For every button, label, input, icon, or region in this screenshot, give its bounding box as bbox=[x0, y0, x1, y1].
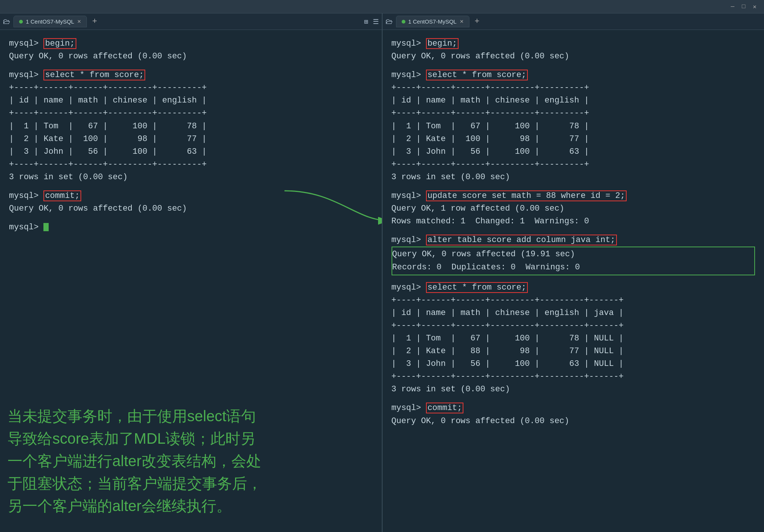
left-tab-add[interactable]: + bbox=[92, 17, 97, 26]
left-tab-dot bbox=[19, 20, 23, 24]
left-line-5: mysql> commit; bbox=[9, 190, 373, 202]
left-cmd-commit: commit; bbox=[43, 190, 81, 201]
right-line-12: 3 rows in set (0.00 sec) bbox=[392, 383, 755, 396]
list-icon[interactable]: ☰ bbox=[373, 18, 379, 26]
left-prompt-1: mysql> bbox=[9, 39, 43, 48]
right-line-3: mysql> select * from score; bbox=[392, 69, 755, 82]
right-line-9: Query OK, 0 rows affected (19.91 sec) bbox=[392, 248, 755, 261]
right-line-14: Query OK, 0 rows affected (0.00 sec) bbox=[392, 415, 755, 428]
left-folder-icon: 🗁 bbox=[3, 17, 10, 26]
left-table-1: +----+------+------+---------+---------+ bbox=[9, 82, 373, 94]
left-table-7: +----+------+------+---------+---------+ bbox=[9, 158, 373, 171]
right-table2-7: +----+------+------+---------+---------+… bbox=[392, 370, 755, 383]
left-table-3: +----+------+------+---------+---------+ bbox=[9, 107, 373, 120]
right-prompt-6: mysql> bbox=[392, 403, 426, 413]
annotation-text: 当未提交事务时，由于使用select语句导致给score表加了MDL读锁；此时另… bbox=[7, 405, 303, 517]
window-controls[interactable]: — □ ✕ bbox=[731, 3, 757, 10]
right-folder-icon: 🗁 bbox=[386, 17, 393, 26]
right-tab[interactable]: 1 CentOS7-MySQL ✕ bbox=[396, 16, 469, 27]
right-line-4: 3 rows in set (0.00 sec) bbox=[392, 171, 755, 184]
right-tab-close[interactable]: ✕ bbox=[460, 19, 464, 24]
right-tab-add[interactable]: + bbox=[475, 17, 480, 26]
right-table2-5: | 2 | Kate | 88 | 98 | 77 | NULL | bbox=[392, 345, 755, 358]
left-line-3: mysql> select * from score; bbox=[9, 69, 373, 82]
left-prompt-4: mysql> bbox=[9, 223, 43, 232]
right-line-7: Rows matched: 1 Changed: 1 Warnings: 0 bbox=[392, 215, 755, 228]
grid-icon[interactable]: ⊞ bbox=[364, 18, 368, 26]
left-line-1: mysql> begin; bbox=[9, 37, 373, 50]
right-table-1: +----+------+------+---------+---------+ bbox=[392, 82, 755, 94]
right-table2-2: | id | name | math | chinese | english |… bbox=[392, 307, 755, 319]
left-prompt-2: mysql> bbox=[9, 70, 43, 80]
right-table-5: | 2 | Kate | 100 | 98 | 77 | bbox=[392, 133, 755, 146]
right-table-3: +----+------+------+---------+---------+ bbox=[392, 107, 755, 120]
right-table2-1: +----+------+------+---------+---------+… bbox=[392, 294, 755, 307]
left-table-6: | 3 | John | 56 | 100 | 63 | bbox=[9, 146, 373, 158]
annotation-box: 当未提交事务时，由于使用select语句导致给score表加了MDL读锁；此时另… bbox=[7, 405, 303, 517]
right-line-1: mysql> begin; bbox=[392, 37, 755, 50]
right-tab-dot bbox=[402, 20, 405, 24]
right-cmd-begin: begin; bbox=[426, 38, 459, 49]
right-table2-4: | 1 | Tom | 67 | 100 | 78 | NULL | bbox=[392, 332, 755, 345]
right-cmd-update: update score set math = 88 where id = 2; bbox=[426, 190, 627, 201]
right-line-13: mysql> commit; bbox=[392, 402, 755, 415]
right-prompt-2: mysql> bbox=[392, 70, 426, 80]
right-tab-bar: 🗁 1 CentOS7-MySQL ✕ + bbox=[383, 13, 764, 30]
right-table-6: | 3 | John | 56 | 100 | 63 | bbox=[392, 146, 755, 158]
right-cmd-alter: alter table score add column java int; bbox=[426, 235, 617, 245]
right-prompt-4: mysql> bbox=[392, 235, 426, 245]
left-line-4: 3 rows in set (0.00 sec) bbox=[9, 171, 373, 184]
right-table-2: | id | name | math | chinese | english | bbox=[392, 94, 755, 107]
right-table-7: +----+------+------+---------+---------+ bbox=[392, 158, 755, 171]
minimize-button[interactable]: — bbox=[731, 3, 734, 10]
left-line-6: Query OK, 0 rows affected (0.00 sec) bbox=[9, 202, 373, 215]
left-tab-bar: 🗁 1 CentOS7-MySQL ✕ + ⊞ ☰ bbox=[0, 13, 383, 30]
right-line-2: Query OK, 0 rows affected (0.00 sec) bbox=[392, 50, 755, 63]
left-line-7: mysql> bbox=[9, 221, 373, 234]
right-line-11: mysql> select * from score; bbox=[392, 281, 755, 294]
close-button[interactable]: ✕ bbox=[753, 3, 757, 10]
left-tab-close[interactable]: ✕ bbox=[77, 19, 81, 24]
left-tab[interactable]: 1 CentOS7-MySQL ✕ bbox=[13, 16, 87, 27]
right-line-10: Records: 0 Duplicates: 0 Warnings: 0 bbox=[392, 261, 755, 274]
left-table-4: | 1 | Tom | 67 | 100 | 78 | bbox=[9, 120, 373, 133]
alter-output-box: Query OK, 0 rows affected (19.91 sec) Re… bbox=[392, 247, 755, 275]
main-layout: mysql> begin; Query OK, 0 rows affected … bbox=[0, 30, 764, 532]
right-line-8: mysql> alter table score add column java… bbox=[392, 234, 755, 247]
right-terminal-panel: mysql> begin; Query OK, 0 rows affected … bbox=[383, 30, 764, 532]
left-prompt-3: mysql> bbox=[9, 191, 43, 201]
left-terminal-panel: mysql> begin; Query OK, 0 rows affected … bbox=[0, 30, 383, 532]
left-tab-label: 1 CentOS7-MySQL bbox=[26, 18, 74, 25]
left-table-5: | 2 | Kate | 100 | 98 | 77 | bbox=[9, 133, 373, 146]
right-cmd-select1: select * from score; bbox=[426, 70, 528, 80]
left-cursor bbox=[43, 223, 49, 231]
left-cmd-select: select * from score; bbox=[43, 70, 145, 80]
left-table-2: | id | name | math | chinese | english | bbox=[9, 94, 373, 107]
window-chrome: — □ ✕ bbox=[0, 0, 764, 13]
right-prompt-5: mysql> bbox=[392, 283, 426, 292]
right-line-5: mysql> update score set math = 88 where … bbox=[392, 190, 755, 202]
right-prompt-1: mysql> bbox=[392, 39, 426, 48]
right-table2-6: | 3 | John | 56 | 100 | 63 | NULL | bbox=[392, 358, 755, 370]
right-line-6: Query OK, 1 row affected (0.00 sec) bbox=[392, 202, 755, 215]
right-table2-3: +----+------+------+---------+---------+… bbox=[392, 319, 755, 332]
right-cmd-select2: select * from score; bbox=[426, 282, 528, 293]
left-line-2: Query OK, 0 rows affected (0.00 sec) bbox=[9, 50, 373, 63]
right-tab-label: 1 CentOS7-MySQL bbox=[408, 18, 457, 25]
right-prompt-3: mysql> bbox=[392, 191, 426, 201]
right-cmd-commit: commit; bbox=[426, 403, 463, 413]
right-table-4: | 1 | Tom | 67 | 100 | 78 | bbox=[392, 120, 755, 133]
maximize-button[interactable]: □ bbox=[742, 3, 746, 10]
left-cmd-begin: begin; bbox=[43, 38, 76, 49]
